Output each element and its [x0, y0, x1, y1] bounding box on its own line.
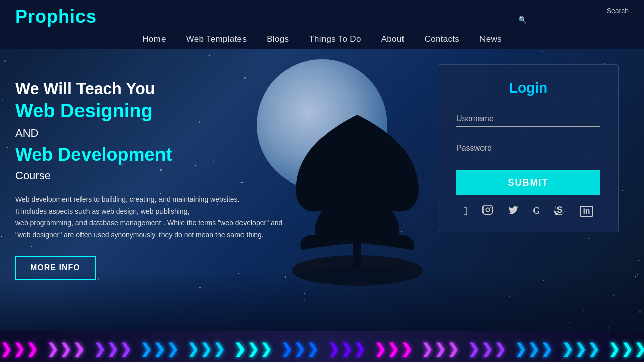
linkedin-icon[interactable]: in: [580, 206, 593, 217]
login-title: Login: [456, 80, 600, 96]
site-logo[interactable]: Prophics: [15, 6, 97, 27]
google-icon[interactable]: G: [533, 206, 540, 216]
nav-web-templates[interactable]: Web Templates: [186, 34, 247, 44]
search-bar: 🔍: [518, 16, 629, 27]
search-label: Search: [607, 7, 629, 15]
hero-line4: Web Development: [15, 144, 297, 165]
nav-things-to-do[interactable]: Things To Do: [309, 34, 361, 44]
username-input[interactable]: [456, 111, 600, 127]
more-info-button[interactable]: MORE INFO: [15, 256, 96, 280]
svg-point-5: [490, 207, 491, 208]
search-icon[interactable]: 🔍: [518, 16, 527, 24]
hero-line1: We Will Teach You: [15, 79, 297, 98]
hero-section: We Will Teach You Web Designing AND Web …: [0, 49, 644, 331]
facebook-icon[interactable]: : [463, 205, 467, 218]
search-area: Search 🔍: [518, 7, 629, 27]
nav-home[interactable]: Home: [142, 34, 166, 44]
hero-content: We Will Teach You Web Designing AND Web …: [15, 79, 297, 280]
login-panel: Login SUBMIT  G: [438, 64, 619, 232]
social-icons-row:  G in: [456, 204, 600, 218]
hero-line5: Course: [15, 166, 297, 185]
nav-blogs[interactable]: Blogs: [267, 34, 289, 44]
ticker-track: ❯❯❯❯❯❯❯❯❯❯❯❯❯❯❯❯❯❯❯❯❯❯❯❯❯❯❯❯❯❯❯❯❯❯❯❯❯❯❯❯…: [0, 341, 644, 357]
header-top: Prophics Search 🔍: [15, 6, 629, 27]
twitter-icon[interactable]: [508, 204, 519, 218]
svg-point-4: [486, 208, 489, 211]
instagram-icon[interactable]: [482, 204, 493, 218]
nav-news[interactable]: News: [479, 34, 502, 44]
password-field-container: [456, 141, 600, 156]
username-field-container: [456, 111, 600, 127]
skype-icon[interactable]: [554, 204, 566, 218]
nav-contacts[interactable]: Contacts: [425, 34, 460, 44]
nav-about[interactable]: About: [381, 34, 405, 44]
main-nav: Home Web Templates Blogs Things To Do Ab…: [15, 27, 629, 49]
password-input[interactable]: [456, 141, 600, 156]
hero-line3: AND: [15, 124, 297, 142]
submit-button[interactable]: SUBMIT: [456, 170, 600, 195]
hero-line2: Web Designing: [15, 100, 297, 122]
hero-description: Web development refers to building, crea…: [15, 194, 297, 241]
svg-rect-3: [483, 205, 492, 214]
footer-ticker: ❯❯❯❯❯❯❯❯❯❯❯❯❯❯❯❯❯❯❯❯❯❯❯❯❯❯❯❯❯❯❯❯❯❯❯❯❯❯❯❯…: [0, 331, 644, 362]
